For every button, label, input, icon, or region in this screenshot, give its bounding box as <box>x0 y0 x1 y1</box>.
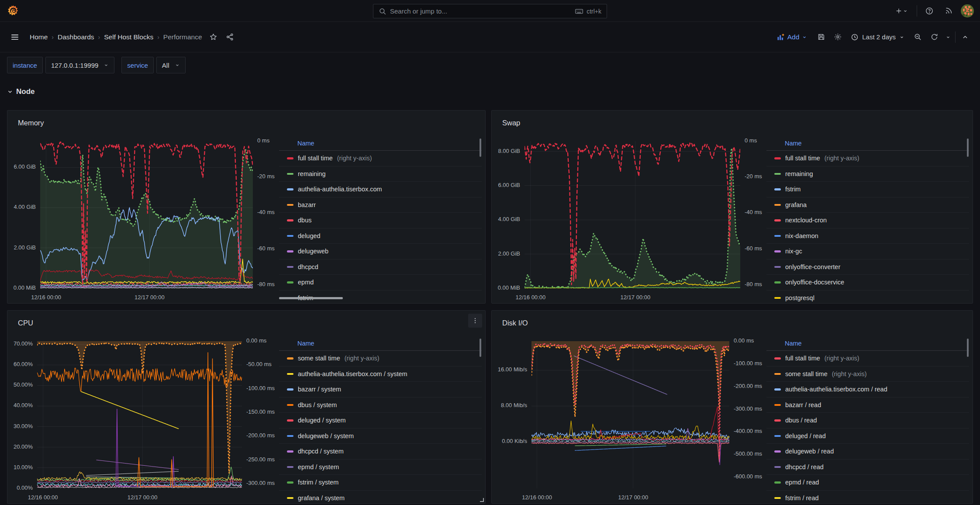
series-name: epmd / read <box>785 479 819 486</box>
global-search[interactable]: ctrl+k <box>373 4 607 18</box>
help-icon[interactable] <box>922 4 936 17</box>
zoom-out-time-icon[interactable] <box>911 31 925 44</box>
legend-row-grafana-system[interactable]: grafana / system <box>279 491 482 504</box>
collapse-toolbar-chevron-up-icon[interactable] <box>958 31 972 44</box>
panel-resize-handle[interactable] <box>480 498 484 502</box>
legend-row-authelia-authelia-tiserbox-com[interactable]: authelia-authelia.tiserbox.com <box>279 182 482 197</box>
legend-column-name[interactable]: Name <box>279 135 482 151</box>
legend-row-dbus[interactable]: dbus <box>279 213 482 228</box>
legend-row-postgresql[interactable]: postgresql <box>766 291 969 304</box>
y-axis-left-tick: 8.00 GiB <box>495 148 520 154</box>
grafana-logo[interactable] <box>6 4 20 18</box>
y-axis-right-tick: 0.00 ms <box>246 337 266 344</box>
variable-selected-value: 127.0.0.1:19999 <box>51 62 98 69</box>
legend-horizontal-scrollbar[interactable] <box>279 297 343 299</box>
series-name: dbus <box>298 217 311 224</box>
series-name: postgresql <box>785 294 814 301</box>
legend-row-onlyoffice-converter[interactable]: onlyoffice-converter <box>766 259 969 275</box>
legend-row-delugeweb-system[interactable]: delugeweb / system <box>279 429 482 444</box>
favorite-star-icon[interactable] <box>207 31 221 44</box>
legend-row-dhcpcd-read[interactable]: dhcpcd / read <box>766 460 969 475</box>
legend-row-onlyoffice-docservice[interactable]: onlyoffice-docservice <box>766 275 969 291</box>
legend-row-fstrim-read[interactable]: fstrim / read <box>766 491 969 504</box>
legend-row-bazarr-read[interactable]: bazarr / read <box>766 398 969 413</box>
legend-row-dhcpcd-system[interactable]: dhcpcd / system <box>279 444 482 460</box>
variable-label: service <box>121 57 154 73</box>
chart-plot[interactable] <box>531 341 729 488</box>
x-axis-tick: 12/17 00:00 <box>128 294 170 301</box>
legend-row-epmd[interactable]: epmd <box>279 275 482 291</box>
legend-row-dhcpcd[interactable]: dhcpcd <box>279 259 482 275</box>
legend-row-deluged-system[interactable]: deluged / system <box>279 413 482 429</box>
y-axis-left-tick: 0.00 Kib/s <box>495 438 527 444</box>
legend-row-authelia-authelia-tiserbox-com-system[interactable]: authelia-authelia.tiserbox.com / system <box>279 367 482 382</box>
y-axis-right-tick: -600.00 ms <box>734 473 762 480</box>
legend-row-bazarr-system[interactable]: bazarr / system <box>279 382 482 398</box>
add-panel-button[interactable]: Add <box>772 30 812 44</box>
user-avatar[interactable] <box>961 4 974 17</box>
series-name: fstrim / system <box>298 479 338 486</box>
dashboard-settings-gear-icon[interactable] <box>831 31 845 44</box>
legend-row-fstrim[interactable]: fstrim <box>766 182 969 197</box>
legend-row-deluged[interactable]: deluged <box>279 228 482 244</box>
breadcrumb-item-self-host-blocks[interactable]: Self Host Blocks <box>104 33 153 41</box>
refresh-icon[interactable] <box>927 31 941 44</box>
legend-column-name[interactable]: Name <box>766 135 969 151</box>
series-name: epmd <box>298 279 314 286</box>
legend-row-epmd-read[interactable]: epmd / read <box>766 475 969 491</box>
new-menu-button[interactable] <box>891 4 911 17</box>
legend-column-name[interactable]: Name <box>279 335 482 351</box>
legend-row-nix-gc[interactable]: nix-gc <box>766 244 969 259</box>
legend-row-dbus-read[interactable]: dbus / read <box>766 413 969 429</box>
news-rss-icon[interactable] <box>942 4 956 17</box>
legend-row-fstrim-system[interactable]: fstrim / system <box>279 475 482 491</box>
panel-menu-kebab-icon[interactable] <box>468 314 482 328</box>
variable-instance: instance127.0.0.1:19999 <box>7 57 114 73</box>
y-axis-right-tick: 0 ms <box>257 137 269 144</box>
legend-column-name[interactable]: Name <box>766 335 969 351</box>
save-dashboard-icon[interactable] <box>814 31 828 44</box>
legend-vertical-scrollbar[interactable] <box>967 138 969 157</box>
legend-row-nextcloud-cron[interactable]: nextcloud-cron <box>766 213 969 228</box>
refresh-interval-caret[interactable] <box>944 31 952 44</box>
legend-row-authelia-authelia-tiserbox-com-read[interactable]: authelia-authelia.tiserbox.com / read <box>766 382 969 398</box>
variable-value-dropdown[interactable]: All <box>156 57 186 73</box>
nav-divider <box>917 5 917 17</box>
legend-row-delugeweb[interactable]: delugeweb <box>279 244 482 259</box>
row-node-toggle[interactable]: Node <box>7 85 973 99</box>
legend-row-full-stall-time[interactable]: full stall time(right y-axis) <box>279 151 482 166</box>
legend-row-full-stall-time[interactable]: full stall time(right y-axis) <box>766 151 969 166</box>
legend-row-remaining[interactable]: remaining <box>766 166 969 182</box>
share-icon[interactable] <box>223 31 237 44</box>
legend-row-deluged-read[interactable]: deluged / read <box>766 429 969 444</box>
breadcrumb: Home›Dashboards›Self Host Blocks›Perform… <box>30 33 202 41</box>
legend-vertical-scrollbar[interactable] <box>480 339 481 357</box>
variable-value-dropdown[interactable]: 127.0.0.1:19999 <box>45 57 114 73</box>
series-color-pill <box>287 466 293 468</box>
menu-hamburger-icon[interactable] <box>8 31 22 44</box>
legend-row-bazarr[interactable]: bazarr <box>279 197 482 213</box>
breadcrumb-item-dashboards[interactable]: Dashboards <box>58 33 94 41</box>
legend-row-some-stall-time[interactable]: some stall time(right y-axis) <box>279 351 482 367</box>
series-name: grafana <box>785 201 807 208</box>
chart-plot[interactable] <box>525 141 740 288</box>
y-axis-left-tick: 60.00% <box>11 361 33 367</box>
legend-row-full-stall-time[interactable]: full stall time(right y-axis) <box>766 351 969 367</box>
y-axis-left-tick: 2.00 GiB <box>495 250 520 257</box>
legend-row-grafana[interactable]: grafana <box>766 197 969 213</box>
legend-row-some-stall-time[interactable]: some stall time(right y-axis) <box>766 367 969 382</box>
legend-row-epmd-system[interactable]: epmd / system <box>279 460 482 475</box>
search-input[interactable] <box>390 7 571 15</box>
chart-plot[interactable] <box>37 341 242 488</box>
legend-row-nix-daemon[interactable]: nix-daemon <box>766 228 969 244</box>
chart-plot[interactable] <box>40 141 253 288</box>
legend-row-delugeweb-read[interactable]: delugeweb / read <box>766 444 969 460</box>
breadcrumb-item-home[interactable]: Home <box>30 33 48 41</box>
legend-row-dbus-system[interactable]: dbus / system <box>279 398 482 413</box>
legend-vertical-scrollbar[interactable] <box>480 138 481 157</box>
time-range-picker[interactable]: Last 2 days <box>847 30 908 44</box>
legend-row-remaining[interactable]: remaining <box>279 166 482 182</box>
y-axis-right-tick: -20 ms <box>745 173 762 180</box>
x-axis-tick: 12/16 00:00 <box>516 494 558 501</box>
legend-vertical-scrollbar[interactable] <box>967 339 969 357</box>
